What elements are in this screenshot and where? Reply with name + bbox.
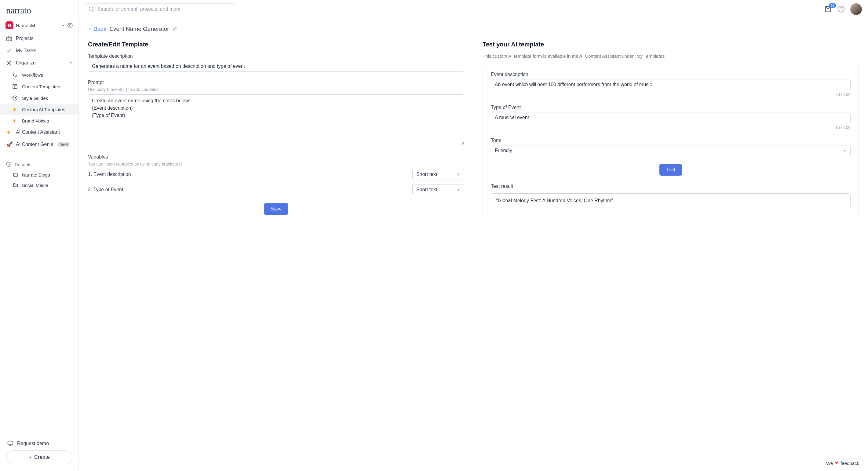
chevron-left-icon	[88, 27, 92, 31]
svg-point-4	[16, 75, 17, 77]
event-description-label: Event description	[491, 72, 850, 77]
avatar[interactable]	[850, 3, 862, 15]
test-result-label: Test result	[491, 184, 850, 189]
type-of-event-label: Type of Event	[491, 105, 850, 110]
prompt-textarea[interactable]	[88, 94, 464, 145]
divider	[0, 156, 79, 156]
template-description-input[interactable]	[88, 61, 464, 72]
spark-icon	[6, 129, 12, 135]
page-header: Back Event Name Generator	[88, 26, 859, 32]
clock-icon	[6, 162, 11, 167]
request-demo-link[interactable]: Request demo	[6, 437, 72, 450]
sidebar-item-label: Workflows	[22, 72, 43, 77]
sidebar-item-label: AI Content Assistant	[16, 129, 60, 135]
variable-row: 1. Event description Short text ▼	[88, 169, 464, 180]
sidebar: narrato N NarratoM... Projects	[0, 0, 79, 471]
variable-type-select[interactable]: Short text ▼	[412, 169, 464, 180]
type-of-event-input[interactable]	[491, 112, 850, 123]
workspace-name: NarratoM...	[16, 23, 58, 28]
variables-label: Variables	[88, 154, 464, 160]
gear-icon[interactable]	[67, 23, 73, 28]
sidebar-item-label: Brand Voices	[22, 118, 49, 123]
variable-label: 1. Event description	[88, 172, 405, 177]
brand-name: narrato	[6, 5, 31, 15]
page-title: Event Name Generator	[109, 26, 169, 32]
create-edit-panel: Create/Edit Template Template descriptio…	[88, 41, 464, 216]
recent-item-social-media[interactable]: Social Media	[0, 180, 79, 190]
variable-label: 2. Type of Event	[88, 187, 405, 192]
mail-button[interactable]: 59	[824, 5, 832, 13]
spark-icon	[12, 119, 18, 123]
request-demo-label: Request demo	[17, 441, 49, 446]
test-subtext: This custom AI template form is availabl…	[483, 54, 859, 59]
svg-point-0	[70, 25, 71, 26]
recent-item-narrato-blogs[interactable]: Narrato Blogs	[0, 169, 79, 180]
sidebar-item-custom-ai-templates[interactable]: Custom AI Templates	[0, 104, 79, 115]
svg-point-8	[13, 96, 18, 100]
svg-point-9	[14, 97, 14, 98]
template-icon	[12, 84, 18, 89]
event-description-input[interactable]	[491, 79, 850, 90]
sidebar-item-label: Organize	[16, 60, 36, 66]
sidebar-item-label: Content Templates	[22, 84, 60, 89]
template-description-label: Template description	[88, 54, 464, 59]
workflow-icon	[12, 72, 18, 77]
tone-label: Tone	[491, 138, 850, 143]
test-button[interactable]: Test	[659, 164, 682, 176]
recents-heading: Recents	[0, 159, 79, 169]
variable-row: 2. Type of Event Short text ▼	[88, 184, 464, 195]
recent-item-label: Narrato Blogs	[22, 172, 50, 178]
sidebar-item-projects[interactable]: Projects	[0, 32, 79, 44]
folder-icon	[13, 182, 18, 188]
svg-point-11	[16, 98, 16, 99]
chevron-down-icon: ▼	[457, 172, 460, 177]
sidebar-item-brand-voices[interactable]: Brand Voices	[0, 115, 79, 126]
sidebar-item-label: Style Guides	[22, 96, 48, 101]
recent-item-label: Social Media	[22, 183, 48, 188]
svg-rect-13	[8, 441, 13, 445]
spark-icon	[12, 107, 18, 112]
search-input[interactable]	[97, 6, 232, 12]
triangle-down-icon: ▼	[69, 61, 72, 65]
topbar: 59	[79, 0, 868, 18]
new-badge: New!	[57, 142, 70, 147]
create-edit-heading: Create/Edit Template	[88, 41, 464, 48]
sidebar-item-workflows[interactable]: Workflows	[0, 69, 79, 81]
svg-point-3	[13, 73, 14, 74]
svg-line-17	[93, 10, 94, 11]
search-box[interactable]	[84, 3, 237, 15]
mail-badge: 59	[829, 3, 836, 8]
gear-icon	[6, 60, 12, 66]
help-icon[interactable]	[837, 5, 845, 13]
sidebar-item-style-guides[interactable]: Style Guides	[0, 92, 79, 104]
variable-type-select[interactable]: Short text ▼	[412, 184, 464, 195]
create-button[interactable]: + Create	[6, 450, 72, 464]
chevron-down-icon: ▼	[457, 188, 460, 192]
sidebar-item-organize[interactable]: Organize ▼	[0, 57, 79, 69]
sidebar-item-content-templates[interactable]: Content Templates	[0, 81, 79, 92]
sidebar-item-ai-content-genie[interactable]: 🚀 AI Content Genie New!	[0, 138, 79, 151]
sidebar-item-label: Projects	[16, 36, 34, 41]
svg-point-10	[16, 97, 16, 98]
edit-icon[interactable]	[172, 26, 178, 32]
sidebar-item-my-tasks[interactable]: My Tasks	[0, 44, 79, 57]
chevron-down-icon[interactable]	[61, 23, 65, 28]
plus-icon: +	[29, 454, 32, 460]
folder-icon	[13, 172, 18, 178]
create-button-label: Create	[34, 454, 50, 460]
check-icon	[6, 48, 12, 54]
back-label: Back	[93, 26, 106, 32]
feedback-button[interactable]: We ❤ feedback	[822, 458, 864, 468]
sidebar-item-label: Custom AI Templates	[22, 107, 65, 112]
tone-select[interactable]: Friendly ▼	[491, 145, 850, 156]
workspace-switcher[interactable]: N NarratoM...	[0, 18, 79, 32]
feedback-we: We	[826, 461, 833, 466]
chevron-down-icon: ▼	[843, 149, 847, 153]
test-panel-column: Test your AI template This custom AI tem…	[483, 41, 859, 216]
select-value: Short text	[416, 172, 437, 177]
save-button[interactable]: Save	[264, 203, 288, 215]
sidebar-item-ai-content-assistant[interactable]: AI Content Assistant	[0, 126, 79, 138]
rocket-icon: 🚀	[6, 141, 12, 148]
search-icon	[88, 6, 94, 12]
back-link[interactable]: Back	[88, 26, 106, 32]
